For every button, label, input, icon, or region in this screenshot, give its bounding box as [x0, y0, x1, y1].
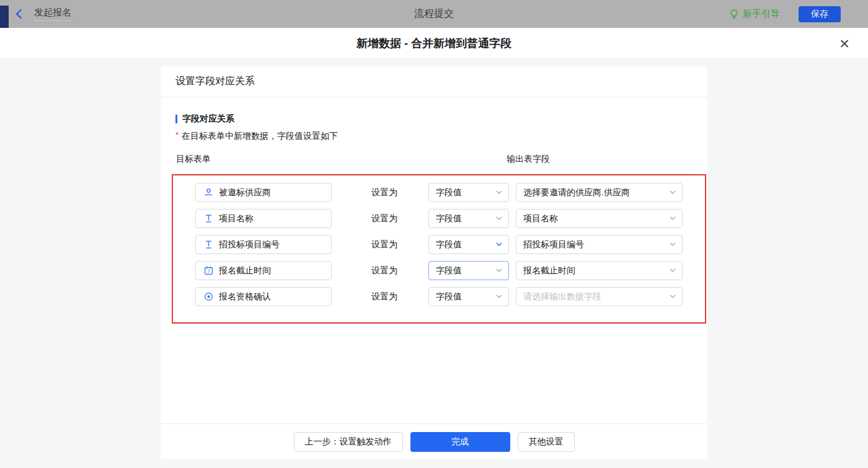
mapping-row: 项目名称 设置为 字段值 项目名称	[195, 209, 683, 228]
target-field-box[interactable]: 7 报名截止时间	[195, 261, 332, 280]
previous-step-button[interactable]: 上一步：设置触发动作	[294, 432, 403, 452]
set-as-label: 设置为	[371, 265, 397, 276]
section-title: 字段对应关系	[175, 113, 693, 125]
target-field-box[interactable]: 招投标项目编号	[195, 235, 332, 254]
done-button[interactable]: 完成	[410, 432, 510, 452]
chevron-down-icon	[670, 190, 676, 195]
lightbulb-icon	[729, 9, 739, 19]
chevron-down-icon	[670, 242, 676, 247]
radio-field-icon	[204, 292, 213, 301]
top-bar: 发起报名 流程提交 新手引导 保存	[0, 0, 868, 28]
target-field-box[interactable]: 项目名称	[195, 209, 332, 228]
back-button[interactable]: 发起报名	[17, 7, 71, 21]
beginner-guide-button[interactable]: 新手引导	[729, 8, 780, 20]
svg-text:7: 7	[207, 269, 210, 274]
card-footer: 上一步：设置触发动作 完成 其他设置	[161, 423, 707, 459]
output-field-select[interactable]: 请选择输出数据字段	[516, 287, 683, 306]
value-mode-select[interactable]: 字段值	[428, 261, 509, 280]
mapping-rows-area: 被邀标供应商 设置为 字段值 选择要邀请的供应商.供应商	[175, 174, 693, 324]
target-field-box[interactable]: 报名资格确认	[195, 287, 332, 306]
text-field-icon	[204, 240, 213, 249]
value-mode-select[interactable]: 字段值	[428, 235, 509, 254]
output-field-select[interactable]: 项目名称	[516, 209, 683, 228]
set-as-label: 设置为	[371, 213, 397, 224]
target-field-box[interactable]: 被邀标供应商	[195, 183, 332, 202]
column-headers: 目标表单 输出表字段	[175, 154, 693, 174]
modal-body: 设置字段对应关系 字段对应关系 * 在目标表单中新增数据，字段值设置如下 目标表…	[0, 59, 868, 468]
set-as-label: 设置为	[371, 291, 397, 302]
chevron-down-icon	[496, 268, 502, 273]
flow-name-label[interactable]: 发起报名	[34, 7, 71, 21]
output-field-select[interactable]: 选择要邀请的供应商.供应商	[516, 183, 683, 202]
chevron-down-icon	[496, 216, 502, 221]
mapping-card: 设置字段对应关系 字段对应关系 * 在目标表单中新增数据，字段值设置如下 目标表…	[161, 66, 707, 459]
text-field-icon	[204, 214, 213, 223]
set-as-label: 设置为	[371, 239, 397, 250]
mapping-row: 报名资格确认 设置为 字段值 请选择输出数据字段	[195, 287, 683, 306]
chevron-down-icon	[670, 294, 676, 299]
card-header-title: 设置字段对应关系	[161, 66, 707, 97]
beginner-guide-label: 新手引导	[743, 8, 780, 20]
calendar-field-icon: 7	[204, 266, 213, 275]
mapping-row: 7 报名截止时间 设置为 字段值 报名截止时间	[195, 261, 683, 280]
corner-logo-block	[0, 6, 9, 28]
save-button[interactable]: 保存	[799, 6, 841, 22]
required-asterisk: *	[175, 130, 179, 139]
value-mode-select[interactable]: 字段值	[428, 183, 509, 202]
set-as-label: 设置为	[371, 187, 397, 198]
modal-header: 新增数据 - 合并新增到普通字段 ✕	[0, 28, 868, 59]
value-mode-select[interactable]: 字段值	[428, 209, 509, 228]
back-arrow-icon	[16, 9, 26, 19]
column-output-field: 输出表字段	[507, 154, 550, 165]
required-note: * 在目标表单中新增数据，字段值设置如下	[175, 131, 693, 142]
chevron-down-icon	[670, 268, 676, 273]
mapping-row: 招投标项目编号 设置为 字段值 招投标项目编号	[195, 235, 683, 254]
output-field-select[interactable]: 招投标项目编号	[516, 235, 683, 254]
value-mode-select[interactable]: 字段值	[428, 287, 509, 306]
output-field-select[interactable]: 报名截止时间	[516, 261, 683, 280]
chevron-down-icon	[496, 242, 502, 247]
chevron-down-icon	[496, 190, 502, 195]
chevron-down-icon	[496, 294, 502, 299]
mapping-row: 被邀标供应商 设置为 字段值 选择要邀请的供应商.供应商	[195, 183, 683, 202]
close-icon[interactable]: ✕	[836, 35, 852, 51]
chevron-down-icon	[670, 216, 676, 221]
section-accent-bar	[175, 115, 177, 123]
column-target-form: 目标表单	[176, 154, 211, 164]
other-settings-button[interactable]: 其他设置	[518, 432, 575, 452]
person-field-icon	[204, 188, 213, 197]
modal-title: 新增数据 - 合并新增到普通字段	[356, 36, 512, 51]
